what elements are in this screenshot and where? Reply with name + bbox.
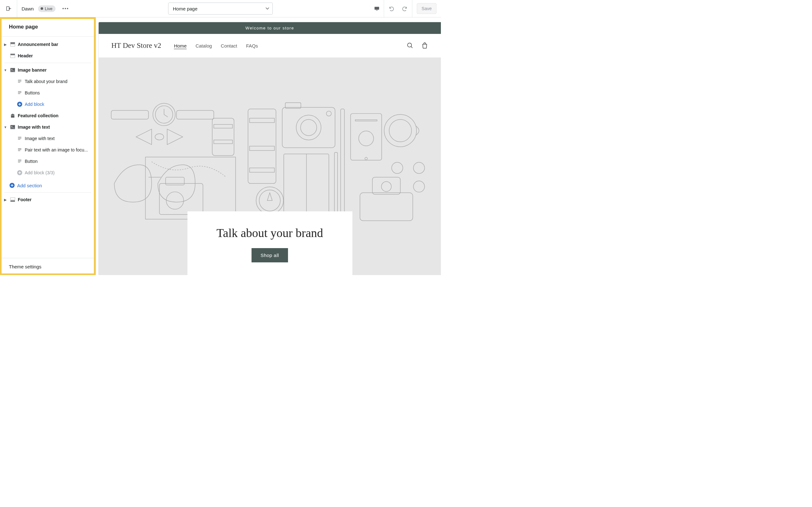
divider	[4, 192, 91, 193]
redo-icon	[402, 6, 408, 11]
section-label: Image banner	[18, 67, 47, 72]
svg-rect-2	[376, 10, 377, 10]
nav-catalog[interactable]: Catalog	[195, 43, 212, 49]
svg-rect-0	[6, 7, 9, 11]
header-section-icon	[9, 53, 16, 59]
caret-down-icon: ▼	[3, 125, 8, 129]
svg-rect-20	[176, 111, 214, 119]
page-select[interactable]: Home page	[168, 3, 273, 14]
section-header[interactable]: Header	[0, 50, 96, 61]
text-block-icon	[16, 158, 23, 164]
block-button[interactable]: Button	[0, 156, 96, 167]
section-image-banner[interactable]: ▼ Image banner	[0, 64, 96, 76]
svg-rect-15	[10, 201, 15, 202]
svg-rect-3	[10, 43, 15, 44]
preview-pane: Welcome to our store HT Dev Store v2 Hom…	[96, 17, 441, 275]
svg-rect-42	[341, 109, 345, 215]
banner-shop-button[interactable]: Shop all	[252, 248, 288, 262]
status-badge: Live	[38, 5, 55, 12]
plus-circle-icon	[9, 182, 15, 188]
undo-button[interactable]	[384, 0, 398, 17]
plus-circle-icon	[16, 101, 23, 107]
svg-rect-44	[355, 120, 377, 121]
desktop-icon	[374, 6, 380, 11]
topbar: Dawn Live Home page Save	[0, 0, 441, 17]
svg-point-36	[296, 115, 321, 140]
search-icon[interactable]	[407, 42, 414, 49]
theme-settings-button[interactable]: Theme settings	[0, 258, 96, 275]
svg-rect-32	[250, 168, 274, 172]
exit-icon	[6, 6, 11, 11]
section-featured-collection[interactable]: Featured collection	[0, 110, 96, 121]
block-label: Buttons	[25, 90, 40, 95]
block-label: Talk about your brand	[25, 79, 67, 84]
svg-point-45	[359, 131, 374, 146]
svg-rect-35	[282, 107, 335, 148]
add-block-label: Add block	[25, 102, 44, 107]
svg-rect-52	[360, 193, 413, 221]
svg-rect-26	[212, 118, 234, 156]
add-section-label: Add section	[17, 183, 42, 188]
device-preview-button[interactable]	[370, 0, 384, 17]
block-buttons[interactable]: Buttons	[0, 87, 96, 99]
caret-right-icon: ▶	[3, 198, 8, 202]
svg-rect-28	[214, 140, 233, 144]
nav-faqs[interactable]: FAQs	[246, 43, 258, 49]
save-button[interactable]: Save	[417, 3, 437, 14]
svg-point-49	[392, 162, 403, 173]
topbar-right: Save	[370, 0, 441, 17]
cart-icon[interactable]	[421, 42, 428, 49]
store-title[interactable]: HT Dev Store v2	[111, 42, 161, 50]
redo-button[interactable]	[398, 0, 412, 17]
add-block-image-with-text: Add block (3/3)	[0, 167, 96, 178]
svg-point-50	[413, 162, 424, 173]
status-label: Live	[45, 6, 52, 11]
store-image-banner[interactable]: Talk about your brand Shop all	[99, 58, 441, 275]
section-footer[interactable]: ▶ Footer	[0, 194, 96, 205]
nav-home[interactable]: Home	[174, 43, 187, 49]
chevron-down-icon	[265, 7, 269, 10]
svg-point-39	[326, 111, 332, 116]
section-announcement-bar[interactable]: ▶ Announcement bar	[0, 39, 96, 50]
block-pair-text[interactable]: Pair text with an image to focu...	[0, 144, 96, 156]
store-announcement-bar[interactable]: Welcome to our store	[99, 22, 441, 34]
store-header: HT Dev Store v2 Home Catalog Contact FAQ…	[99, 34, 441, 58]
svg-point-37	[301, 119, 317, 135]
more-button[interactable]	[61, 6, 70, 11]
block-talk-about-brand[interactable]: Talk about your brand	[0, 76, 96, 87]
svg-rect-22	[145, 157, 235, 219]
text-block-icon	[16, 78, 23, 84]
text-block-icon	[16, 147, 23, 153]
svg-point-48	[389, 119, 412, 142]
text-block-icon	[16, 90, 23, 96]
topbar-left: Dawn Live	[0, 0, 70, 17]
svg-rect-27	[214, 124, 233, 128]
store-preview: Welcome to our store HT Dev Store v2 Hom…	[98, 22, 441, 275]
store-nav: Home Catalog Contact FAQs	[174, 43, 258, 49]
add-block-image-banner[interactable]: Add block	[0, 99, 96, 110]
caret-right-icon: ▶	[3, 43, 8, 46]
banner-content-card: Talk about your brand Shop all	[188, 211, 352, 275]
section-label: Image with text	[18, 124, 50, 130]
svg-rect-41	[334, 153, 338, 215]
banner-heading[interactable]: Talk about your brand	[213, 226, 327, 240]
svg-rect-23	[159, 183, 203, 215]
image-section-icon	[9, 67, 16, 73]
section-image-with-text[interactable]: ▼ Image with text	[0, 121, 96, 133]
svg-rect-1	[374, 7, 379, 10]
svg-point-8	[11, 69, 12, 70]
exit-button[interactable]	[0, 0, 17, 17]
section-label: Announcement bar	[18, 42, 58, 47]
svg-point-51	[413, 181, 424, 192]
store-header-icons	[407, 42, 428, 49]
svg-point-24	[166, 192, 184, 209]
block-label: Image with text	[25, 136, 55, 141]
add-section-button[interactable]: Add section	[0, 180, 96, 191]
nav-contact[interactable]: Contact	[221, 43, 237, 49]
svg-point-11	[11, 126, 12, 127]
add-block-label: Add block (3/3)	[25, 170, 55, 175]
block-image-with-text[interactable]: Image with text	[0, 133, 96, 144]
undo-icon	[388, 6, 394, 11]
svg-point-46	[365, 158, 367, 160]
section-label: Featured collection	[18, 113, 58, 118]
